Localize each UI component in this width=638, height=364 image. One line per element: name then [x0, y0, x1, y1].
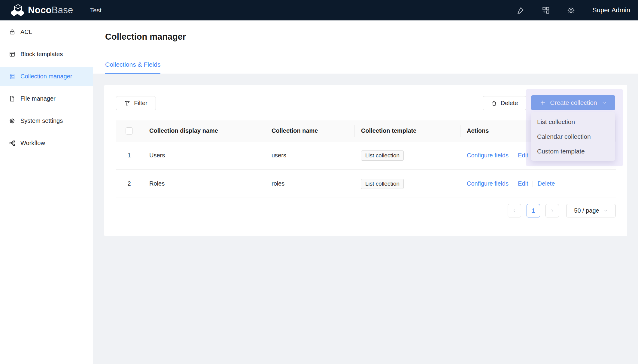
sidebar-item-label: ACL — [20, 29, 32, 35]
sidebar-item-label: Block templates — [20, 51, 63, 58]
delete-button[interactable]: Delete — [483, 96, 526, 110]
menu-item-custom-template[interactable]: Custom template — [531, 144, 615, 159]
template-tag: List collection — [361, 150, 404, 161]
filter-button[interactable]: Filter — [116, 96, 156, 110]
sidebar-item-file-manager[interactable]: File manager — [0, 89, 93, 108]
prev-page-button[interactable] — [508, 204, 521, 217]
collection-name-cell: users — [265, 141, 354, 169]
tab-collections-and-fields[interactable]: Collections & Fields — [105, 61, 160, 74]
menu-item-list-collection[interactable]: List collection — [531, 114, 615, 129]
sidebar-item-label: File manager — [20, 95, 56, 102]
chevron-right-icon — [550, 208, 554, 213]
nocobase-logo-icon — [11, 4, 24, 16]
page-size-select[interactable]: 50 / page — [566, 204, 616, 217]
sidebar-item-system-settings[interactable]: System settings — [0, 111, 93, 130]
sidebar-item-acl[interactable]: ACL — [0, 22, 93, 41]
gear-icon — [9, 118, 15, 124]
pagination: 1 50 / page — [508, 204, 616, 217]
row-actions: Configure fields Edit Delete — [460, 170, 616, 198]
sidebar: ACL Block templates Collection manager F… — [0, 20, 93, 364]
configure-fields-link[interactable]: Configure fields — [467, 152, 509, 159]
delete-link[interactable]: Delete — [537, 180, 555, 187]
database-icon — [9, 73, 15, 80]
settings-icon[interactable] — [567, 6, 575, 14]
template-tag: List collection — [361, 179, 404, 189]
chevron-down-icon — [603, 208, 608, 213]
column-header-display-name: Collection display name — [143, 120, 265, 141]
create-collection-button[interactable]: Create collection — [531, 95, 615, 110]
action-divider — [513, 181, 513, 187]
highlighter-icon[interactable] — [517, 6, 524, 14]
user-menu[interactable]: Super Admin — [592, 6, 630, 14]
menu-item-calendar-collection[interactable]: Calendar collection — [531, 129, 615, 144]
sidebar-item-block-templates[interactable]: Block templates — [0, 44, 93, 64]
file-icon — [9, 96, 15, 102]
top-navbar: NocoBase Test Super Admin — [0, 0, 638, 20]
next-page-button[interactable] — [545, 204, 559, 217]
delete-button-label: Delete — [501, 100, 518, 107]
page-header: Collection manager Collections & Fields — [93, 20, 638, 74]
nav-menu-item-test[interactable]: Test — [90, 7, 102, 14]
sidebar-item-collection-manager[interactable]: Collection manager — [0, 67, 93, 86]
layout-icon — [9, 51, 15, 57]
column-header-template: Collection template — [354, 120, 460, 141]
select-all-checkbox[interactable] — [126, 127, 133, 135]
plus-icon — [539, 99, 546, 106]
sidebar-item-workflow[interactable]: Workflow — [0, 133, 93, 153]
filter-button-label: Filter — [134, 100, 147, 107]
collection-name-cell: roles — [265, 170, 354, 198]
edit-link[interactable]: Edit — [518, 180, 528, 187]
column-header-collection-name: Collection name — [265, 120, 354, 141]
sidebar-item-label: Workflow — [20, 140, 45, 147]
configure-fields-link[interactable]: Configure fields — [467, 180, 509, 187]
chevron-left-icon — [512, 208, 517, 213]
row-index: 2 — [116, 170, 143, 198]
chevron-down-icon — [602, 100, 607, 105]
row-index: 1 — [116, 141, 143, 169]
lock-icon — [9, 29, 15, 35]
action-divider — [513, 153, 513, 159]
nocobase-logo[interactable]: NocoBase — [11, 4, 73, 16]
create-collection-label: Create collection — [550, 99, 597, 106]
page-number-button[interactable]: 1 — [527, 204, 540, 217]
filter-icon — [124, 100, 130, 106]
action-divider — [533, 181, 533, 187]
display-name-cell: Users — [143, 141, 265, 169]
page-title: Collection manager — [105, 32, 186, 42]
display-name-cell: Roles — [143, 170, 265, 198]
sidebar-item-label: Collection manager — [20, 73, 72, 80]
sidebar-item-label: System settings — [20, 117, 63, 124]
edit-link[interactable]: Edit — [518, 152, 528, 159]
trash-icon — [491, 100, 497, 106]
select-all-cell — [116, 120, 143, 141]
navbar-right-group: Super Admin — [517, 0, 630, 20]
partition-icon — [9, 140, 15, 146]
create-collection-dropdown: List collection Calendar collection Cust… — [531, 112, 615, 161]
appstore-add-icon[interactable] — [542, 6, 550, 14]
logo-text: NocoBase — [28, 5, 73, 16]
table-row: 2 Roles roles List collection Configure … — [116, 170, 616, 198]
page-size-value: 50 / page — [574, 207, 599, 214]
